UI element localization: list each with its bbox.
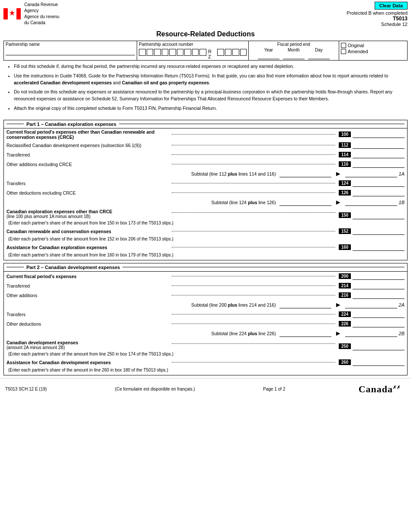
protected-b-label: Protected B when completed <box>347 10 408 16</box>
canada-wordmark: Canada✗✗ <box>359 384 401 395</box>
line-260-row: Assistance for Canadian development expe… <box>4 358 407 367</box>
line-100-num: 100 <box>339 131 351 137</box>
month-input[interactable] <box>283 52 305 59</box>
rz-area: R Z <box>139 48 247 59</box>
seg-3[interactable] <box>154 49 161 56</box>
line-250-labels: Canadian development expenses (amount 2A… <box>6 340 170 350</box>
line-160-num: 160 <box>339 244 351 250</box>
seg-6[interactable] <box>177 49 184 56</box>
line-216-input[interactable] <box>353 292 405 299</box>
amended-checkbox[interactable] <box>341 49 346 54</box>
subtotal-1a-final[interactable] <box>345 170 397 177</box>
partnership-name-input[interactable] <box>6 48 135 55</box>
line-112-num: 112 <box>339 142 351 148</box>
footer-french-note: (Ce formulaire est disponible en françai… <box>115 387 195 391</box>
subtotal-2b-input[interactable] <box>279 330 331 337</box>
month-label: Month <box>283 48 305 52</box>
amended-checkbox-row: Amended <box>341 49 406 54</box>
day-input[interactable] <box>308 52 330 59</box>
line-150-input[interactable] <box>353 212 405 219</box>
amended-label: Amended <box>348 49 368 54</box>
clear-data-button[interactable]: Clear Data <box>375 2 408 10</box>
part1-header: Part 1 – Canadian exploration expenses <box>4 120 407 128</box>
line-150-label: Canadian exploration expenses other than… <box>6 209 170 214</box>
line-114-input[interactable] <box>353 151 405 158</box>
fiscal-period-field: Fiscal period end Year Month Day <box>249 41 339 60</box>
line-250-label: Canadian development expenses <box>6 340 170 345</box>
line-160-label: Assistance for Canadian exploration expe… <box>6 245 170 250</box>
subtotal-1a-letter: 1A <box>399 171 405 176</box>
account-number-label: Partnership account number <box>139 42 247 47</box>
line-126-num: 126 <box>339 190 351 195</box>
subtotal-1a-input[interactable] <box>279 170 331 177</box>
subtotal-2b-row: Subtotal (line 224 plus line 226) ► 2B <box>4 329 407 338</box>
account-number-field: Partnership account number R Z <box>137 41 249 60</box>
line-116-input[interactable] <box>353 161 405 168</box>
line-100-input[interactable] <box>353 131 405 138</box>
line-226-input[interactable] <box>353 320 405 327</box>
year-input[interactable] <box>258 52 279 59</box>
line-214-label: Transferred <box>6 283 170 288</box>
line-200-num: 200 <box>339 273 351 279</box>
line-260-label: Assistance for Canadian development expe… <box>6 360 170 365</box>
subtotal-2a-input[interactable] <box>279 301 331 308</box>
seg-9[interactable] <box>199 49 206 56</box>
seg-5[interactable] <box>169 49 176 56</box>
line-250-input[interactable] <box>353 343 405 350</box>
footer-form-code: T5013 SCH 12 E (19) <box>5 387 47 391</box>
subtotal-1a-row: Subtotal (line 112 plus lines 114 and 11… <box>4 169 407 179</box>
original-label: Original <box>348 43 364 48</box>
seg-4[interactable] <box>162 49 169 56</box>
seg-2[interactable] <box>147 49 154 56</box>
agency-fr2: du Canada <box>24 20 45 25</box>
line-152-num: 152 <box>339 228 351 234</box>
line-224-input[interactable] <box>353 311 405 318</box>
line-224-label: Transfers <box>6 312 170 317</box>
line-126-label: Other deductions excluding CRCE <box>6 190 170 195</box>
line-124-input[interactable] <box>353 180 405 187</box>
subtotal-1b-input[interactable] <box>279 199 331 206</box>
line-160-row: Assistance for Canadian exploration expe… <box>4 243 407 252</box>
part2-header: Part 2 – Canadian development expenses <box>4 263 407 272</box>
line-116-row: Other additions excluding CRCE 116 <box>4 160 407 169</box>
seg-11[interactable] <box>225 49 232 56</box>
agency-en: Canada Revenue <box>24 2 58 7</box>
instruction-2: Use the instructions in Guide T4068, Gui… <box>14 73 406 87</box>
seg-1[interactable] <box>139 49 146 56</box>
form-number: T5013 <box>347 16 408 22</box>
line-126-input[interactable] <box>353 189 405 196</box>
part1-section: Part 1 – Canadian exploration expenses C… <box>3 120 408 260</box>
seg-7[interactable] <box>184 49 191 56</box>
svg-rect-2 <box>16 8 21 19</box>
line-226-num: 226 <box>339 321 351 327</box>
line-126-row: Other deductions excluding CRCE 126 <box>4 188 407 198</box>
subtotal-2b-label: Subtotal (line 224 plus line 226) <box>211 331 276 336</box>
line-114-label: Transferred <box>6 152 170 157</box>
line-112-input[interactable] <box>353 142 405 149</box>
line-152-input[interactable] <box>353 228 405 235</box>
subtotal-2b-final[interactable] <box>345 330 397 337</box>
line-224-num: 224 <box>339 311 351 317</box>
seg-8[interactable] <box>192 49 199 56</box>
line-100-row: Current fiscal period's expenses other t… <box>4 128 407 141</box>
top-bar: Canada Revenue Agency Agence du revenu d… <box>0 0 411 29</box>
subtotal-1b-letter: 1B <box>399 200 405 205</box>
seg-12[interactable] <box>232 49 239 56</box>
svg-rect-0 <box>3 8 8 19</box>
line-214-input[interactable] <box>353 282 405 289</box>
partnership-name-field: Partnership name <box>4 41 137 60</box>
line-150-note: (Enter each partner's share of the amoun… <box>4 220 407 227</box>
seg-13[interactable] <box>240 49 247 56</box>
original-checkbox[interactable] <box>341 43 346 48</box>
line-114-row: Transferred 114 <box>4 150 407 160</box>
line-160-input[interactable] <box>353 244 405 251</box>
line-112-row: Reclassified Canadian development expens… <box>4 141 407 150</box>
part2-section: Part 2 – Canadian development expenses C… <box>3 263 408 375</box>
agency-fr: Agence du revenu <box>24 14 59 19</box>
line-152-label: Canadian renewable and conservation expe… <box>6 229 170 234</box>
seg-10[interactable] <box>217 49 224 56</box>
line-200-input[interactable] <box>353 273 405 280</box>
subtotal-1b-final[interactable] <box>345 199 397 206</box>
subtotal-2a-final[interactable] <box>345 301 397 308</box>
line-260-input[interactable] <box>353 359 405 366</box>
